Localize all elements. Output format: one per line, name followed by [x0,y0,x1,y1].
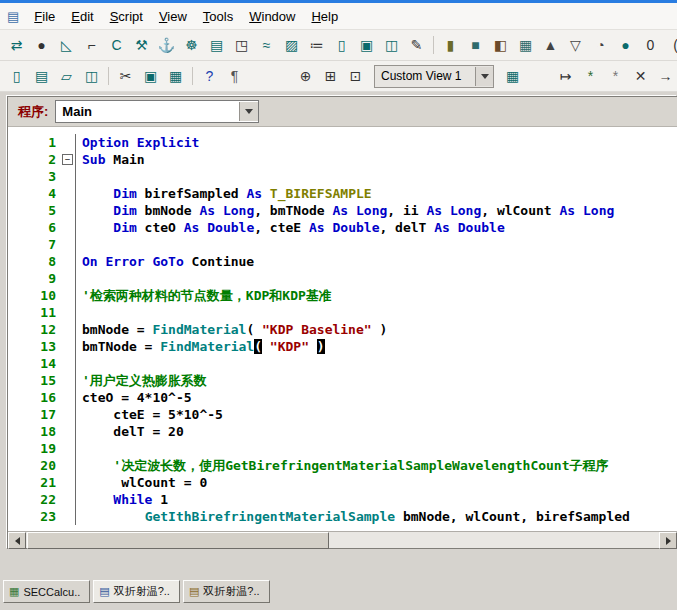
code-text[interactable]: On Error GoTo Continue [76,253,254,270]
scroll-right-button[interactable] [659,532,677,549]
code-text[interactable] [76,304,82,321]
angle-button[interactable]: ⌐ [79,33,104,57]
curve-icon: C [111,38,121,52]
anchor-button[interactable]: ⚓ [154,33,179,57]
code-text[interactable]: delT = 20 [76,423,184,440]
pie-button[interactable]: ◔ [588,33,613,57]
menu-tools[interactable]: Tools [195,5,241,28]
trace-add-button[interactable]: * [578,64,603,88]
code-text[interactable] [76,355,82,372]
cut-button[interactable]: ✂ [113,64,138,88]
waves-button[interactable]: ≈ [254,33,279,57]
code-text[interactable]: '用户定义热膨胀系数 [76,372,207,389]
code-text[interactable]: Dim cteO As Double, cteE As Double, delT… [76,219,505,236]
pencil-button[interactable]: ✎ [404,33,429,57]
code-line: 12bmNode = FindMaterial( "KDP Baseline" … [8,321,677,338]
document-tab-2[interactable]: ▤双折射温?.. [93,580,180,603]
code-text[interactable]: cteE = 5*10^-5 [76,406,223,423]
crop-button[interactable]: ◳ [229,33,254,57]
scrollbar-thumb[interactable] [27,532,329,549]
pan-button[interactable]: ⇄ [4,33,29,57]
code-line: 19 [8,440,677,457]
sphere-button[interactable]: ● [613,33,638,57]
save-button[interactable]: ◫ [79,64,104,88]
grid-solid-button[interactable]: ▦ [513,33,538,57]
line-number: 16 [8,389,61,406]
code-text[interactable]: While 1 [76,491,168,508]
horizontal-scrollbar[interactable] [8,531,677,548]
pointer-mode-button[interactable]: ↦ [553,64,578,88]
paste-button[interactable]: ▦ [163,64,188,88]
open-button[interactable]: ▱ [54,64,79,88]
line-number: 17 [8,406,61,423]
square-half-button[interactable]: ◧ [488,33,513,57]
layers-button[interactable]: ▤ [204,33,229,57]
grid-view-button[interactable]: ▦ [500,64,525,88]
chevron-down-icon[interactable] [475,67,493,86]
code-text[interactable]: wlCount = 0 [76,474,207,491]
zero-button[interactable]: 0 [638,33,663,57]
help-button[interactable]: ? [197,64,222,88]
menu-file[interactable]: File [26,5,63,28]
menu-script[interactable]: Script [102,5,151,28]
node-button[interactable]: ● [29,33,54,57]
tools-button[interactable]: ⚒ [129,33,154,57]
split-view-button[interactable]: ◫ [379,33,404,57]
trace-remove-button[interactable]: * [603,64,628,88]
code-text[interactable] [76,440,82,457]
code-text[interactable]: '检索两种材料的节点数量，KDP和KDP基准 [76,287,332,304]
code-text[interactable]: cteO = 4*10^-5 [76,389,192,406]
code-editor[interactable]: 1Option Explicit2−Sub Main34 Dim birefSa… [8,127,677,532]
custom-view-select[interactable]: Custom View 1 [374,65,494,88]
script-document-icon[interactable]: ▤ [7,9,19,24]
code-text[interactable] [76,236,82,253]
menu-help[interactable]: Help [303,5,346,28]
zoom-region-button[interactable]: ⊕ [293,64,318,88]
code-text[interactable]: GetIthBirefringentMaterialSample bmNode,… [76,508,630,525]
code-text[interactable] [76,270,82,287]
square-solid-button[interactable]: ■ [463,33,488,57]
menu-view[interactable]: View [151,5,195,28]
bar-solid-button[interactable]: ▮ [438,33,463,57]
sheet-button[interactable]: ▯ [329,33,354,57]
zoom-page-button[interactable]: ⊡ [343,64,368,88]
document-tab-1[interactable]: ▦SECCalcu.. [3,580,90,603]
code-text[interactable]: Option Explicit [76,134,199,151]
code-text[interactable]: bmTNode = FindMaterial( "KDP" ) [76,338,325,355]
chevron-down-icon[interactable] [239,102,258,121]
fold-toggle-icon[interactable]: − [62,154,73,165]
scrollbar-track[interactable] [26,532,659,548]
menu-edit[interactable]: Edit [63,5,101,28]
triangle-down-button[interactable]: ▽ [563,33,588,57]
mesh-button[interactable]: ▨ [279,33,304,57]
fold-column [61,219,76,236]
new-script-button[interactable]: ▯ [4,64,29,88]
code-text[interactable]: bmNode = FindMaterial( "KDP Baseline" ) [76,321,387,338]
curve-button[interactable]: C [104,33,129,57]
list-button[interactable]: ≔ [304,33,329,57]
program-select[interactable]: Main [55,100,259,123]
line-number: 2 [8,151,61,168]
copy-button[interactable]: ▣ [138,64,163,88]
code-text[interactable]: '决定波长数，使用GetBirefringentMaterialSampleWa… [76,457,609,474]
toolbar-secondary: ▯▤▱◫✂▣▦?¶⊕⊞⊡ Custom View 1 ▦↦**✕→A [0,61,677,92]
code-text[interactable]: Dim birefSampled As T_BIREFSAMPLE [76,185,372,202]
triangle-up-button[interactable]: ▲ [538,33,563,57]
code-text[interactable]: Sub Main [76,151,145,168]
ruler-button[interactable]: ◺ [54,33,79,57]
code-text[interactable]: Dim bmNode As Long, bmTNode As Long, ii … [76,202,614,219]
menu-window[interactable]: Window [241,5,303,28]
frame-button[interactable]: ▣ [354,33,379,57]
code-text[interactable] [76,168,82,185]
zoom-fit-button[interactable]: ⊞ [318,64,343,88]
scroll-left-button[interactable] [8,532,26,549]
step-forward-button[interactable]: → [653,64,677,88]
bar-solid-icon: ▮ [447,38,455,52]
notes-button[interactable]: ▤ [29,64,54,88]
wheel-button[interactable]: ☸ [179,33,204,57]
document-tab-3[interactable]: ▤双折射温?.. [183,580,270,603]
paragraph-button[interactable]: ¶ [222,64,247,88]
delete-button[interactable]: ✕ [628,64,653,88]
code-token: Long [450,203,481,218]
arc-button[interactable]: ( [663,33,677,57]
